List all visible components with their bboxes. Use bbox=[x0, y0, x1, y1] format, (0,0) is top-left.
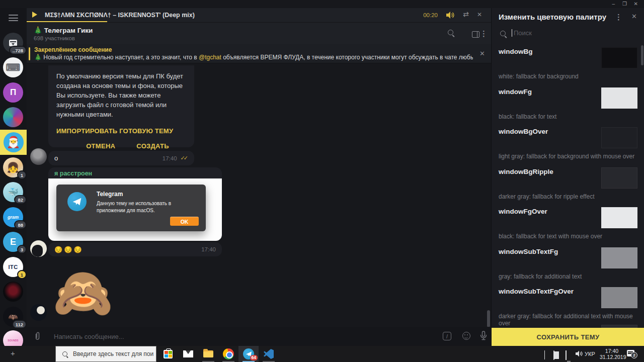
taskbar-plus-icon[interactable]: + bbox=[11, 349, 15, 357]
avatar[interactable] bbox=[30, 148, 47, 165]
chat-header[interactable]: 🎄 Телеграм Гики 698 участников ⋮ bbox=[27, 22, 491, 44]
palette-row[interactable]: windowBgRipple darker gray: fallback for… bbox=[492, 164, 644, 205]
palette-entry-name: windowBgRipple bbox=[499, 168, 553, 175]
notification-center-icon[interactable]: 2 bbox=[627, 350, 634, 356]
hamburger-menu-icon[interactable] bbox=[9, 15, 18, 21]
dialog-body-text: По умолчанию версия темы для ПК будет со… bbox=[56, 71, 185, 119]
sidebar-chat-p[interactable]: П bbox=[3, 82, 23, 103]
palette-entry-swatch[interactable] bbox=[601, 247, 637, 268]
panel-kebab-menu-icon[interactable]: ⋮ bbox=[615, 13, 622, 22]
avatar bbox=[3, 107, 23, 127]
taskbar-app-telegram[interactable]: 64 bbox=[238, 346, 259, 362]
taskbar-app-vscode[interactable] bbox=[259, 346, 279, 362]
emoji-message-bubble[interactable]: 😔😔😔 17:40 bbox=[48, 242, 222, 256]
message-text: о bbox=[54, 154, 58, 162]
clock-date: 31.12.2019 bbox=[600, 354, 624, 360]
sidebar-chat-bat[interactable]: 🦇 112 bbox=[3, 307, 23, 327]
minimize-icon[interactable]: – bbox=[612, 1, 615, 8]
sidebar-chat-whale[interactable]: 🐳 82 bbox=[3, 182, 23, 202]
palette-entry-swatch[interactable] bbox=[601, 167, 637, 189]
sidebar-chat-gram[interactable]: gram 88 bbox=[3, 207, 23, 227]
telegram-window: – ❐ ✕ ..728 ⌨ П 🎅 👧 1 🐳 82 gra bbox=[0, 0, 644, 362]
save-theme-button[interactable]: СОХРАНИТЬ ТЕМУ bbox=[492, 328, 644, 346]
panel-scrollbar-thumb[interactable] bbox=[641, 45, 643, 65]
close-icon[interactable]: ✕ bbox=[634, 1, 638, 8]
sidebar-chat-keyboard[interactable]: ⌨ bbox=[3, 57, 23, 77]
battery-icon[interactable] bbox=[553, 351, 554, 360]
track-title: MΣ$†ΛMN ΣΚСΠØΝΛ† – ISKRENNOST' (Deep mix… bbox=[45, 12, 195, 19]
pinned-message-bar[interactable]: Закреплённое сообщение 🎄 Новый год стрем… bbox=[27, 44, 491, 63]
paperclip-icon[interactable] bbox=[34, 332, 41, 343]
import-theme-link[interactable]: ИМПОРТИРОВАТЬ ГОТОВУЮ ТЕМУ bbox=[56, 127, 186, 135]
panel-close-icon[interactable]: ✕ bbox=[631, 13, 637, 20]
unread-badge: 82 bbox=[14, 195, 27, 204]
palette-row[interactable]: windowBg white: fallback for background bbox=[492, 44, 644, 84]
pinned-close-icon[interactable]: ✕ bbox=[479, 50, 485, 57]
network-icon[interactable] bbox=[566, 351, 567, 360]
create-button[interactable]: СОЗДАТЬ bbox=[136, 142, 169, 150]
emoji-picker-icon[interactable] bbox=[462, 332, 470, 340]
chat-scrollbar-thumb[interactable] bbox=[487, 310, 490, 327]
microphone-icon[interactable] bbox=[480, 331, 487, 342]
sidebar-chat-archive[interactable]: ..728 bbox=[3, 33, 23, 53]
palette-entry-swatch[interactable] bbox=[601, 207, 637, 228]
play-icon[interactable] bbox=[32, 12, 37, 18]
monkey-emoji-sticker[interactable]: 🙈 bbox=[53, 267, 113, 318]
palette-entry-swatch[interactable] bbox=[601, 287, 637, 308]
palette-entry-desc: light gray: fallback for background with… bbox=[499, 153, 634, 160]
player-close-icon[interactable]: ✕ bbox=[477, 11, 482, 18]
sidebar-chat-figure[interactable] bbox=[3, 282, 23, 302]
bot-command-icon[interactable]: / bbox=[443, 332, 451, 340]
palette-entry-swatch[interactable] bbox=[601, 47, 637, 68]
mention-link[interactable]: @tgchat bbox=[199, 54, 221, 61]
panel-search-icon bbox=[500, 30, 507, 38]
windows-search-input[interactable] bbox=[73, 349, 153, 358]
tray-chevron-up-icon[interactable] bbox=[544, 351, 545, 360]
taskbar-app-mail[interactable] bbox=[178, 346, 198, 362]
keyboard-language[interactable]: УКР bbox=[585, 351, 595, 357]
kebab-menu-icon[interactable]: ⋮ bbox=[480, 29, 488, 38]
volume-icon[interactable] bbox=[446, 12, 455, 21]
palette-row[interactable]: windowFg black: fallback for text bbox=[492, 84, 644, 125]
sidebar-chat-selected[interactable]: 🎅 bbox=[0, 130, 27, 155]
message-photo[interactable]: Telegram Данную тему не использовать в п… bbox=[48, 178, 222, 241]
palette-row[interactable]: windowFgOver black: fallback for text wi… bbox=[492, 204, 644, 244]
window-titlebar: – ❐ ✕ bbox=[0, 0, 644, 8]
message-time: 17:40 bbox=[201, 246, 216, 252]
sidebar-chat-e[interactable]: E 3 bbox=[3, 232, 23, 252]
sidebar-chat-itc[interactable]: ITC 1 bbox=[3, 257, 23, 277]
sidebar-chat-sounds[interactable]: SOUNDS bbox=[3, 330, 23, 346]
palette-entry-name: windowSubTextFg bbox=[499, 248, 558, 255]
taskbar-app-store[interactable] bbox=[158, 346, 178, 362]
palette-row[interactable]: windowSubTextFgOver darker gray: fallbac… bbox=[492, 284, 644, 324]
unread-badge: ..728 bbox=[9, 46, 27, 55]
taskbar-clock[interactable]: 17:40 31.12.2019 bbox=[600, 348, 624, 360]
search-icon[interactable] bbox=[447, 29, 455, 37]
sidebar-chat-art[interactable] bbox=[3, 107, 23, 127]
message-composer: / bbox=[27, 327, 491, 346]
panel-search-input[interactable]: Поиск bbox=[514, 29, 532, 37]
search-icon bbox=[62, 351, 69, 358]
taskbar-app-chrome[interactable] bbox=[218, 346, 238, 362]
tray-volume-icon[interactable] bbox=[576, 350, 583, 359]
message-input[interactable] bbox=[54, 329, 366, 344]
taskbar-app-explorer[interactable] bbox=[198, 346, 218, 362]
palette-row[interactable]: windowSubTextFg gray: fallback for addit… bbox=[492, 244, 644, 285]
avatar[interactable] bbox=[30, 240, 47, 257]
palette-entry-swatch[interactable] bbox=[601, 127, 637, 148]
chat-members-count: 698 участников bbox=[34, 35, 75, 41]
maximize-icon[interactable]: ❐ bbox=[622, 1, 627, 8]
avatar: SOUNDS bbox=[3, 330, 23, 346]
audio-player-bar[interactable]: MΣ$†ΛMN ΣΚСΠØΝΛ† – ISKRENNOST' (Deep mix… bbox=[27, 8, 491, 22]
windows-search-box[interactable] bbox=[55, 346, 156, 362]
cancel-button[interactable]: ОТМЕНА bbox=[86, 142, 115, 150]
palette-row[interactable]: windowBgOver light gray: fallback for ba… bbox=[492, 124, 644, 164]
sender-name[interactable]: я расстроен bbox=[48, 167, 222, 178]
sidebar-chat-anime[interactable]: 👧 1 bbox=[3, 157, 23, 177]
pinned-stripe bbox=[29, 47, 30, 60]
sidebar-toggle-icon[interactable] bbox=[472, 31, 479, 38]
avatar[interactable] bbox=[30, 304, 47, 321]
repeat-icon[interactable]: ⇄ bbox=[463, 10, 469, 18]
message-bubble[interactable]: о 17:40 ✓✓ bbox=[48, 151, 194, 165]
palette-entry-swatch[interactable] bbox=[601, 87, 637, 109]
